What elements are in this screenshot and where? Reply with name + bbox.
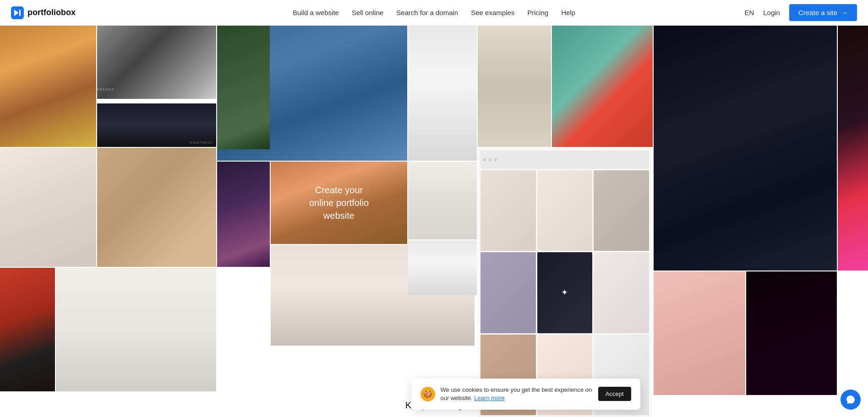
navbar: portfoliobox Build a website Sell online… [0,0,868,26]
nav-sell[interactable]: Sell online [352,9,383,16]
nav-examples[interactable]: See examples [471,9,514,16]
photo-dark-asian [654,26,837,271]
photo-white-fashion [408,26,477,161]
photo-pink-mirror [654,271,745,395]
chat-bubble[interactable] [841,390,861,410]
create-site-button[interactable]: Create a site → [789,4,857,21]
photo-hands [97,148,216,267]
logo[interactable]: portfoliobox [11,6,76,19]
svg-rect-1 [19,10,21,16]
photo-woman-sitting [478,26,551,147]
photo-hat-woman [408,162,477,239]
photo-fashion-red [0,26,96,147]
nav-login-link[interactable]: Login [763,9,780,16]
photo-hat-woman-2 [408,240,477,295]
photo-neon-dark [838,26,868,271]
photo-desert-banner[interactable]: Create youronline portfolio website [271,162,407,244]
photo-forest [217,26,270,149]
cookie-text: We use cookies to ensure you get the bes… [441,386,593,402]
nav-links: Build a website Sell online Search for a… [293,9,575,16]
nav-pricing[interactable]: Pricing [527,9,548,16]
photo-bw-dancer: PATHOS [97,26,216,99]
nav-help[interactable]: Help [561,9,575,16]
cookie-accept-button[interactable]: Accept [598,387,631,401]
nav-domain[interactable]: Search for a domain [396,9,458,16]
logo-text: portfoliobox [27,8,76,17]
photo-dark-neon2 [746,271,837,395]
photo-flower-woman [0,268,55,391]
nav-build[interactable]: Build a website [293,9,339,16]
cookie-icon: 🍪 [420,387,435,401]
banner-text: Create youronline portfolio website [305,184,373,222]
cookie-banner: 🍪 We use cookies to ensure you get the b… [411,379,640,410]
svg-marker-0 [14,10,19,16]
cookie-learn-more[interactable]: Learn more [474,395,504,401]
photo-car-teal [552,26,653,147]
photo-dark-woman-small: NIGHTRESS [97,103,216,147]
photo-portfolio-grid: ✦ [478,148,652,417]
nav-right: EN Login Create a site → [744,4,857,21]
logo-icon [11,6,24,19]
photo-pearls [0,148,96,267]
nav-language[interactable]: EN [744,9,754,16]
gallery-canvas: PATHOS NIGHTRESS [0,26,868,417]
photo-crown-woman [56,268,216,391]
photo-dance-purple [217,162,270,267]
